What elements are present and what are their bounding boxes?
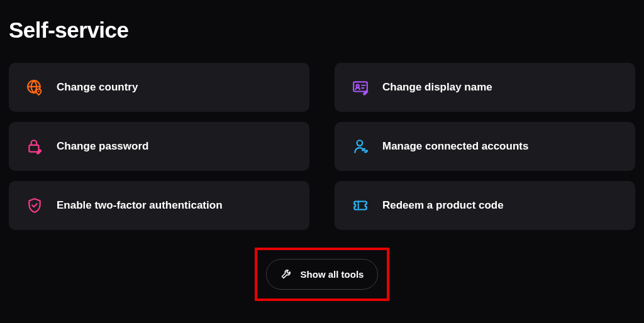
- card-label: Change password: [57, 140, 148, 153]
- highlight-annotation: Show all tools: [255, 248, 390, 301]
- card-label: Manage connected accounts: [382, 140, 528, 153]
- lock-edit-icon: [26, 138, 43, 155]
- globe-location-icon: [26, 79, 43, 96]
- card-redeem-product-code[interactable]: Redeem a product code: [335, 181, 635, 230]
- card-change-password[interactable]: Change password: [9, 122, 309, 171]
- card-label: Change display name: [382, 81, 492, 94]
- card-change-country[interactable]: Change country: [9, 63, 309, 112]
- user-link-icon: [352, 138, 369, 155]
- wrench-icon: [280, 267, 293, 282]
- ticket-icon: [352, 197, 369, 214]
- show-all-label: Show all tools: [301, 269, 364, 280]
- svg-rect-5: [29, 145, 38, 152]
- page-title: Self-service: [9, 18, 635, 43]
- card-label: Redeem a product code: [382, 199, 504, 212]
- svg-point-4: [357, 85, 359, 87]
- footer: Show all tools: [9, 248, 635, 301]
- card-enable-two-factor[interactable]: Enable two-factor authentication: [9, 181, 309, 230]
- shield-check-icon: [26, 197, 43, 214]
- card-label: Enable two-factor authentication: [57, 199, 223, 212]
- svg-point-2: [38, 90, 40, 92]
- show-all-tools-button[interactable]: Show all tools: [266, 259, 379, 290]
- card-change-display-name[interactable]: Change display name: [335, 63, 635, 112]
- self-service-grid: Change country Change display name: [9, 63, 635, 230]
- card-label: Change country: [57, 81, 138, 94]
- card-manage-connected-accounts[interactable]: Manage connected accounts: [335, 122, 635, 171]
- id-card-edit-icon: [352, 79, 369, 96]
- svg-point-6: [357, 140, 363, 146]
